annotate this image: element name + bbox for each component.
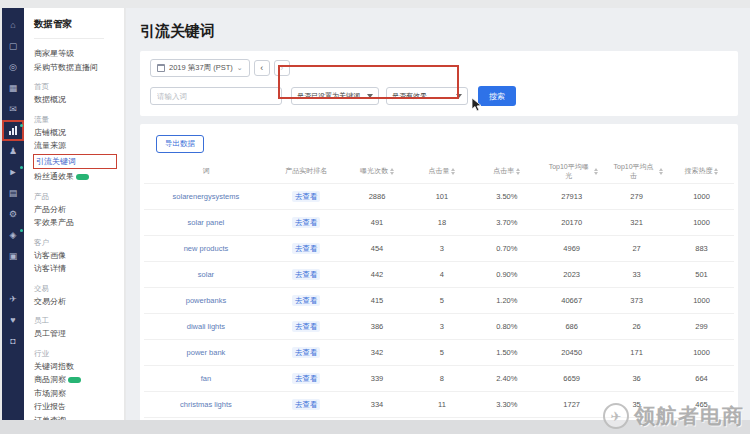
week-picker[interactable]: 2019 第37周 (PST) ⌄	[150, 59, 250, 77]
gear-icon[interactable]: ⚙	[5, 207, 21, 222]
impressions-value: 454	[345, 244, 410, 253]
sidebar-item-label: 数据概况	[34, 93, 66, 107]
sort-icon[interactable]	[516, 168, 520, 175]
view-rank-link[interactable]: 去查看	[292, 191, 321, 202]
sidebar-item[interactable]: 员工管理	[34, 327, 124, 341]
paper-plane-icon[interactable]: ✈	[5, 292, 21, 307]
sidebar-item[interactable]: 店铺概况	[34, 126, 124, 140]
sidebar-item[interactable]: 引流关键词	[34, 155, 116, 169]
view-rank-link[interactable]: 去查看	[292, 347, 321, 358]
view-rank-link[interactable]: 去查看	[292, 217, 321, 228]
sidebar-item[interactable]: 采购节数据直播间	[34, 61, 124, 75]
ctr-value: 0.80%	[474, 322, 539, 331]
caret-down-icon	[367, 94, 373, 98]
sidebar-item[interactable]: 市场洞察	[34, 387, 124, 401]
view-rank-link[interactable]: 去查看	[292, 243, 321, 254]
sort-icon[interactable]	[714, 168, 718, 175]
prev-week-button[interactable]: ‹	[254, 60, 270, 76]
sidebar-item[interactable]: 产品分析	[34, 203, 124, 217]
view-rank-link[interactable]: 去查看	[292, 295, 321, 306]
view-rank-link[interactable]: 去查看	[292, 321, 321, 332]
top10_impressions-value: 1727	[539, 400, 604, 409]
keyword-set-filter-value: 是否已设置为关键词	[297, 91, 360, 101]
monitor-icon[interactable]: ▢	[5, 39, 21, 54]
sidebar-item[interactable]: 访客画像	[34, 249, 124, 263]
top10_clicks-value: 373	[604, 296, 669, 305]
effect-filter-dropdown[interactable]: 是否有效果	[386, 87, 468, 105]
sidebar-item[interactable]: 商品洞察	[34, 373, 124, 387]
top10_clicks-value: 279	[604, 192, 669, 201]
sort-icon[interactable]	[594, 168, 598, 175]
view-rank-link[interactable]: 去查看	[292, 373, 321, 384]
column-header[interactable]: Top10平均曝光	[539, 162, 604, 180]
table-row: solarenergysystems去查看28861013.50%2791327…	[144, 183, 734, 209]
column-header[interactable]: 曝光次数	[345, 166, 410, 175]
clicks-value: 11	[409, 400, 474, 409]
share-arrow-icon[interactable]: ►	[5, 165, 21, 180]
table-row: diwali lights去查看38630.80%68626299	[144, 313, 734, 339]
keyword-link[interactable]: powerbanks	[186, 296, 226, 305]
keyword-link[interactable]: power bank	[187, 348, 226, 357]
sidebar-item[interactable]: 粉丝通效果	[34, 170, 124, 184]
ctr-value: 0.90%	[474, 270, 539, 279]
column-header[interactable]: 点击量	[409, 166, 474, 175]
keyword-link[interactable]: diwali lights	[187, 322, 225, 331]
popularity-value: 664	[669, 374, 734, 383]
column-header[interactable]: 搜索热度	[669, 166, 734, 175]
popularity-value: 1000	[669, 218, 734, 227]
top10_impressions-value: 27913	[539, 192, 604, 201]
keyword-search-input[interactable]	[150, 87, 282, 105]
sidebar-item[interactable]: 关键词指数	[34, 360, 124, 374]
table-row: fan去查看33982.40%665936664	[144, 365, 734, 391]
sidebar-item[interactable]: 交易分析	[34, 295, 124, 309]
sort-icon[interactable]	[659, 168, 663, 175]
keyword-set-filter-dropdown[interactable]: 是否已设置为关键词	[291, 87, 379, 105]
sidebar-item-label: 采购节数据直播间	[34, 61, 98, 75]
sidebar-section-label: 行业	[34, 348, 124, 360]
bar-chart-icon[interactable]	[5, 123, 21, 138]
export-data-button[interactable]: 导出数据	[156, 135, 204, 153]
keyword-link[interactable]: solar panel	[188, 218, 225, 227]
column-header[interactable]: 点击率	[474, 166, 539, 175]
shop-icon[interactable]: ◈	[5, 228, 21, 243]
user-icon[interactable]: ♟	[5, 144, 21, 159]
top10_clicks-value: 26	[604, 322, 669, 331]
keyword-link[interactable]: fan	[201, 374, 211, 383]
apps-grid-icon[interactable]: ▦	[5, 81, 21, 96]
sort-icon[interactable]	[390, 168, 394, 175]
message-icon[interactable]: ✉	[5, 102, 21, 117]
building-icon[interactable]: ▤	[5, 186, 21, 201]
column-header[interactable]: Top10平均点击	[604, 162, 669, 180]
sidebar-item[interactable]: 零效果产品	[34, 216, 124, 230]
home-icon[interactable]: ⌂	[5, 18, 21, 33]
keyword-link[interactable]: solar	[198, 270, 214, 279]
camera-icon[interactable]: ◘	[5, 334, 21, 349]
sidebar-item-label: 访客画像	[34, 249, 66, 263]
target-icon[interactable]: ◎	[5, 60, 21, 75]
heart-icon[interactable]: ♥	[5, 313, 21, 328]
briefcase-icon[interactable]: ▣	[5, 249, 21, 264]
chevron-down-icon: ⌄	[237, 64, 243, 72]
sort-icon[interactable]	[451, 168, 455, 175]
sidebar-item[interactable]: 访客详情	[34, 262, 124, 276]
sidebar-item-label: 零效果产品	[34, 216, 74, 230]
popularity-value: 1000	[669, 296, 734, 305]
view-rank-link[interactable]: 去查看	[292, 269, 321, 280]
keyword-link[interactable]: new products	[184, 244, 229, 253]
table-row: solar去查看44240.90%202333501	[144, 261, 734, 287]
keyword-link[interactable]: christmas lights	[180, 400, 232, 409]
sidebar-item[interactable]: 商家星等级	[34, 47, 124, 61]
ctr-value: 3.70%	[474, 218, 539, 227]
sidebar-item[interactable]: 数据概况	[34, 93, 124, 107]
watermark: ✈ 领航者电商	[603, 402, 744, 430]
clicks-value: 101	[409, 192, 474, 201]
search-button[interactable]: 搜索	[478, 86, 516, 106]
sidebar-item[interactable]: 行业报告	[34, 400, 124, 414]
view-rank-link[interactable]: 去查看	[292, 399, 321, 410]
week-picker-value: 2019 第37周 (PST)	[169, 63, 233, 73]
keywords-table-panel: 导出数据 词产品实时排名曝光次数点击量点击率Top10平均曝光Top10平均点击…	[140, 124, 738, 430]
next-week-button[interactable]: ›	[274, 60, 290, 76]
table-row: new products去查看45430.70%496927883	[144, 235, 734, 261]
sidebar-item[interactable]: 流量来源	[34, 139, 124, 153]
keyword-link[interactable]: solarenergysystems	[173, 192, 240, 201]
